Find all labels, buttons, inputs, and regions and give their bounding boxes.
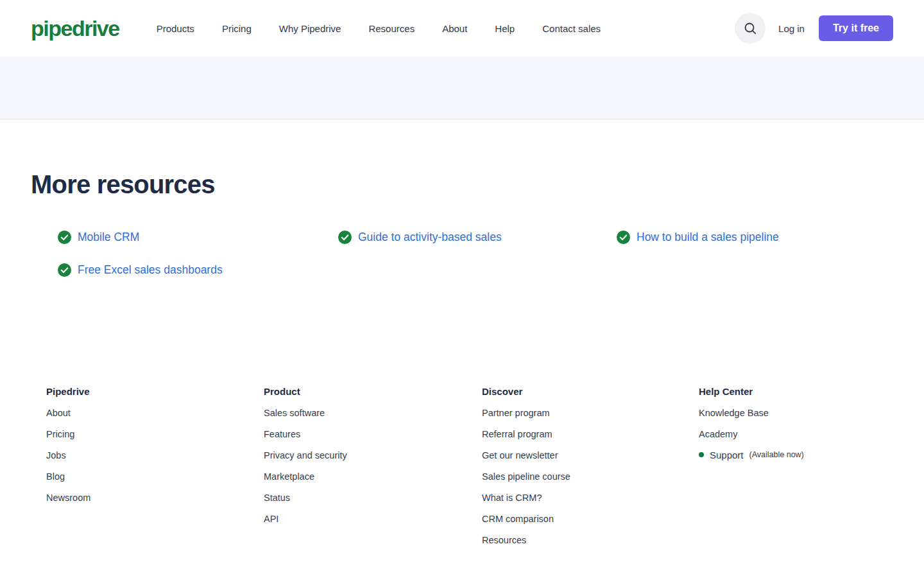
try-it-free-button[interactable]: Try it free (819, 15, 893, 41)
nav-item-products[interactable]: Products (157, 23, 194, 34)
nav-item-resources[interactable]: Resources (368, 23, 415, 34)
footer-link-resources[interactable]: Resources (482, 535, 526, 545)
footer-column-help-center: Help Center Knowledge Base Academy Suppo… (699, 387, 893, 556)
footer-columns: Pipedrive About Pricing Jobs Blog Newsro… (46, 387, 893, 556)
login-link[interactable]: Log in (778, 23, 805, 34)
nav-item-pricing[interactable]: Pricing (222, 23, 252, 34)
resource-link-label: How to build a sales pipeline (637, 230, 779, 245)
nav-item-contact-sales[interactable]: Contact sales (542, 23, 601, 34)
previous-section-band (0, 57, 924, 119)
footer-link-sales-software[interactable]: Sales software (264, 408, 325, 418)
more-resources-title: More resources (31, 170, 893, 199)
support-label: Support (710, 450, 744, 460)
footer-link-pricing[interactable]: Pricing (46, 429, 74, 439)
check-circle-icon (58, 263, 71, 277)
footer-link-about[interactable]: About (46, 408, 71, 418)
site-footer: Pipedrive About Pricing Jobs Blog Newsro… (0, 387, 924, 578)
pipedrive-logo[interactable]: pipedrive (31, 17, 119, 39)
header-actions: Log in Try it free (735, 13, 893, 44)
footer-link-status[interactable]: Status (264, 493, 290, 503)
footer-link-privacy-security[interactable]: Privacy and security (264, 450, 347, 460)
footer-link-knowledge-base[interactable]: Knowledge Base (699, 408, 769, 418)
footer-link-features[interactable]: Features (264, 429, 300, 439)
nav-item-about[interactable]: About (442, 23, 467, 34)
footer-link-api[interactable]: API (264, 514, 278, 524)
resource-link-activity-based-sales[interactable]: Guide to activity-based sales (338, 230, 617, 245)
footer-link-what-is-crm[interactable]: What is CRM? (482, 493, 542, 503)
footer-link-blog[interactable]: Blog (46, 471, 65, 482)
resource-link-label: Mobile CRM (78, 230, 139, 245)
check-circle-icon (617, 231, 630, 244)
footer-column-title: Help Center (699, 387, 893, 396)
footer-link-referral-program[interactable]: Referral program (482, 429, 552, 439)
online-status-dot-icon (699, 452, 704, 457)
footer-column-pipedrive: Pipedrive About Pricing Jobs Blog Newsro… (46, 387, 264, 556)
footer-column-title: Pipedrive (46, 387, 264, 396)
top-navigation-bar: pipedrive Products Pricing Why Pipedrive… (0, 0, 924, 57)
footer-link-support[interactable]: Support (Available now) (699, 450, 893, 460)
resource-link-excel-dashboards[interactable]: Free Excel sales dashboards (58, 263, 338, 277)
nav-item-help[interactable]: Help (495, 23, 515, 34)
check-circle-icon (338, 231, 352, 244)
resource-link-label: Guide to activity-based sales (358, 230, 502, 245)
footer-column-discover: Discover Partner program Referral progra… (482, 387, 699, 556)
footer-link-pipeline-course[interactable]: Sales pipeline course (482, 471, 570, 482)
search-button[interactable] (735, 13, 766, 44)
footer-column-title: Discover (482, 387, 699, 396)
footer-link-partner-program[interactable]: Partner program (482, 408, 550, 418)
footer-link-newsletter[interactable]: Get our newsletter (482, 450, 558, 460)
footer-link-marketplace[interactable]: Marketplace (264, 471, 314, 482)
resource-link-sales-pipeline[interactable]: How to build a sales pipeline (617, 230, 893, 245)
footer-link-academy[interactable]: Academy (699, 429, 737, 439)
support-availability: (Available now) (749, 450, 804, 460)
nav-item-why-pipedrive[interactable]: Why Pipedrive (279, 23, 341, 34)
footer-column-product: Product Sales software Features Privacy … (264, 387, 482, 556)
footer-link-crm-comparison[interactable]: CRM comparison (482, 514, 554, 524)
more-resources-section: More resources Mobile CRM Guide to activ… (0, 119, 924, 277)
check-circle-icon (58, 231, 71, 244)
footer-link-newsroom[interactable]: Newsroom (46, 493, 90, 503)
resource-link-label: Free Excel sales dashboards (78, 263, 223, 277)
search-icon (744, 22, 757, 35)
main-nav: Products Pricing Why Pipedrive Resources… (157, 23, 735, 34)
resource-link-mobile-crm[interactable]: Mobile CRM (58, 230, 338, 245)
resource-links-grid: Mobile CRM Guide to activity-based sales… (58, 230, 893, 277)
footer-link-jobs[interactable]: Jobs (46, 450, 66, 460)
footer-column-title: Product (264, 387, 482, 396)
